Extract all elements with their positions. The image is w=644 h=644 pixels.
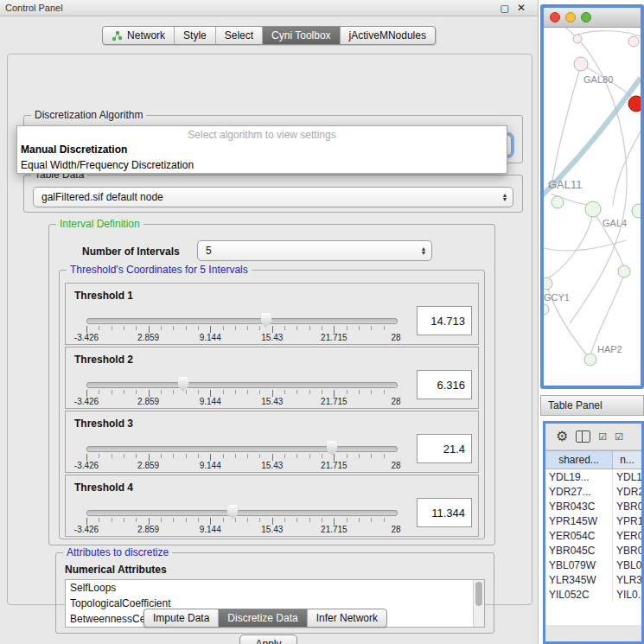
cell[interactable]: YDL1... — [613, 469, 641, 484]
number-of-intervals-select[interactable]: 5 ▲▼ — [197, 240, 432, 261]
scale-tick-label: 9.144 — [200, 397, 221, 406]
close-button[interactable] — [550, 12, 560, 22]
threshold-label: Threshold 1 — [74, 290, 133, 302]
columns-icon[interactable] — [576, 430, 590, 443]
cell[interactable]: YER054C — [545, 528, 613, 543]
cell[interactable]: YBR0... — [613, 543, 641, 558]
tab-network[interactable]: Network — [103, 27, 174, 44]
close-icon[interactable]: ✕ — [517, 1, 526, 15]
table-row[interactable]: YBR043C YBR0... — [545, 499, 641, 513]
dropdown-hint: Select algorithm to view settings — [17, 126, 507, 142]
threshold-4-value-field[interactable]: 11.344 — [417, 498, 472, 527]
threshold-2-value-field[interactable]: 6.316 — [417, 370, 472, 399]
cell[interactable]: YIL0... — [613, 587, 641, 602]
control-panel-titlebar[interactable]: Control Panel ▢ ✕ — [0, 0, 538, 16]
select-all-checkbox-icon[interactable]: ☑ — [598, 431, 607, 442]
threshold-2-panel: Threshold 2 -3.426 2.859 9.144 15.43 21.… — [65, 347, 479, 409]
scale-tick-label: 21.715 — [321, 461, 348, 470]
slider-ticks — [86, 518, 396, 525]
scale-tick-label: 21.715 — [321, 397, 348, 406]
tab-label: jActiveMNodules — [349, 29, 426, 41]
network-view-window: GAL80 GAL11 GAL4 GCY1 HAP2 — [540, 4, 644, 389]
window-title: Control Panel — [0, 3, 63, 13]
cell[interactable]: YDL19... — [545, 469, 613, 484]
table-row[interactable]: YDL19... YDL1... — [545, 469, 641, 484]
algorithm-dropdown-popup: Select algorithm to view settings Manual… — [16, 125, 507, 174]
table-data-value: galFiltered.sif default node — [34, 191, 497, 203]
cell[interactable]: YER0... — [613, 528, 641, 543]
cell[interactable]: YDR27... — [545, 484, 613, 499]
tab-style[interactable]: Style — [174, 27, 215, 44]
scale-tick-label: 2.859 — [137, 397, 159, 406]
gear-icon[interactable]: ⚙ — [556, 430, 568, 443]
scale-tick-label: -3.426 — [74, 333, 99, 342]
tab-select[interactable]: Select — [215, 27, 262, 44]
list-scrollbar[interactable] — [473, 580, 484, 627]
scale-tick-label: 15.43 — [261, 397, 283, 406]
threshold-label: Threshold 4 — [74, 481, 133, 494]
scale-tick-label: 15.43 — [261, 333, 283, 342]
top-tab-bar: Network Style Select Cyni Toolbox jActiv… — [102, 26, 436, 45]
group-label: Interval Definition — [56, 218, 143, 230]
table-row[interactable]: YLR345W YLR3... — [545, 572, 641, 587]
threshold-4-slider[interactable] — [86, 510, 398, 516]
cell[interactable]: YBR0... — [613, 499, 641, 513]
table-row[interactable]: YPR145W YPR1... — [545, 513, 641, 528]
tab-impute-data[interactable]: Impute Data — [144, 609, 218, 627]
slider-ticks — [86, 390, 396, 397]
threshold-2-slider[interactable] — [86, 382, 398, 388]
threshold-1-value-field[interactable]: 14.713 — [417, 306, 472, 335]
float-window-icon[interactable]: ▢ — [501, 1, 509, 15]
scale-tick-label: 21.715 — [321, 333, 348, 342]
cell[interactable]: YPR145W — [545, 513, 613, 528]
dropdown-option-manual[interactable]: Manual Discretization — [17, 142, 507, 157]
list-item[interactable]: SelfLoops — [66, 580, 484, 596]
cell[interactable]: YLR345W — [545, 572, 613, 587]
table-data-select[interactable]: galFiltered.sif default node ▲▼ — [33, 187, 513, 207]
scale-tick-label: 2.859 — [137, 525, 159, 534]
cell[interactable]: YDR2... — [613, 484, 641, 499]
table-row[interactable]: YER054C YER0... — [545, 528, 641, 543]
cell[interactable]: YBL079W — [545, 558, 613, 572]
stepper-icon: ▲▼ — [497, 193, 513, 201]
table-row[interactable]: YIL052C YIL0... — [545, 587, 641, 602]
scale-tick-label: 28 — [391, 397, 400, 406]
tab-jactivemnodules[interactable]: jActiveMNodules — [340, 27, 435, 44]
apply-button[interactable]: Apply — [239, 634, 297, 644]
tab-cyni-toolbox[interactable]: Cyni Toolbox — [262, 27, 339, 44]
network-canvas[interactable]: GAL80 GAL11 GAL4 GCY1 HAP2 — [544, 28, 641, 389]
tab-label: Discretize Data — [227, 612, 297, 624]
threshold-3-slider[interactable] — [86, 446, 398, 452]
table-row[interactable]: YBR045C YBR0... — [545, 543, 641, 558]
tab-infer-network[interactable]: Infer Network — [307, 609, 386, 627]
threshold-3-value-field[interactable]: 21.4 — [417, 434, 472, 463]
checkbox-icon[interactable]: ☑ — [615, 431, 623, 442]
cell[interactable]: YIL052C — [545, 587, 613, 602]
cell[interactable]: YLR3... — [613, 572, 641, 587]
selected-node-red[interactable] — [628, 96, 641, 112]
cell[interactable]: YPR1... — [613, 513, 641, 528]
scale-tick-label: 2.859 — [137, 333, 159, 342]
cell[interactable]: YBR043C — [545, 499, 613, 513]
table-row[interactable]: YDR27... YDR2... — [545, 484, 641, 499]
column-header-name[interactable]: n... — [613, 451, 641, 469]
network-window-titlebar[interactable] — [544, 8, 641, 28]
zoom-button[interactable] — [581, 12, 591, 22]
number-of-intervals-label: Number of Intervals — [82, 245, 180, 258]
column-header-shared-name[interactable]: shared... — [545, 451, 613, 469]
cell[interactable]: YBL0... — [613, 558, 641, 572]
tab-discretize-data[interactable]: Discretize Data — [218, 609, 306, 627]
scale-tick-label: 28 — [391, 461, 400, 470]
scale-tick-label: 15.43 — [261, 525, 283, 534]
dropdown-option-equal-width[interactable]: Equal Width/Frequency Discretization — [17, 157, 507, 173]
threshold-1-slider[interactable] — [86, 318, 398, 324]
cell[interactable]: YBR045C — [545, 543, 613, 558]
slider-scale: -3.426 2.859 9.144 15.43 21.715 28 — [86, 397, 396, 407]
table-body: YDL19... YDL1... YDR27... YDR2... YBR043… — [545, 469, 641, 625]
table-header-row: shared... n... — [545, 450, 641, 469]
table-row[interactable]: YBL079W YBL0... — [545, 558, 641, 572]
scrollbar-thumb[interactable] — [475, 582, 482, 606]
minimize-button[interactable] — [565, 12, 576, 22]
scale-tick-label: -3.426 — [74, 397, 99, 406]
table-panel-header[interactable]: Table Panel — [540, 395, 644, 416]
